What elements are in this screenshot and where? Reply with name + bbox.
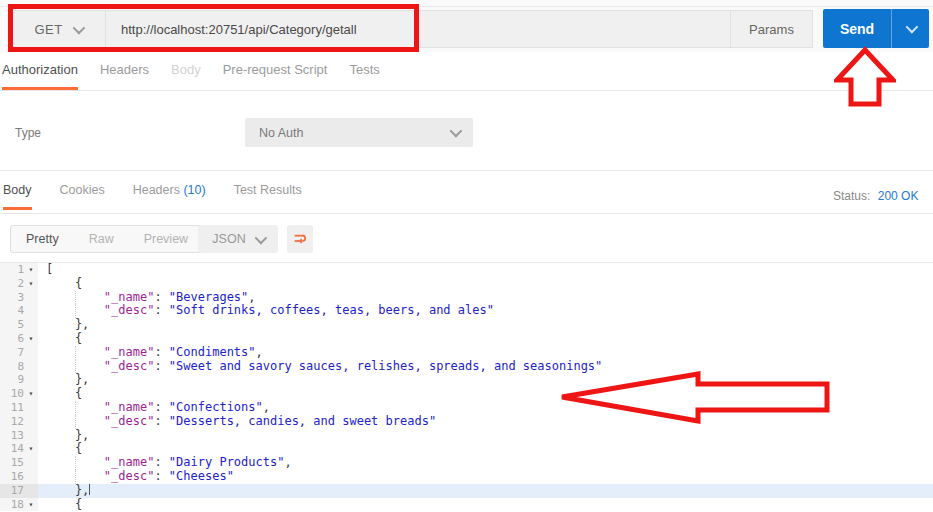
line-number: 13 [0,429,24,443]
fold-spacer [24,470,38,484]
view-mode-preview[interactable]: Preview [129,232,203,246]
line-number: 17 [0,484,24,498]
indent-guide [75,304,76,318]
fold-spacer [24,415,38,429]
line-number: 11 [0,401,24,415]
line-number: 1 [0,263,24,277]
code-line[interactable]: 11 "_name": "Confections", [0,401,933,415]
tab-authorization[interactable]: Authorization [2,62,78,90]
fold-arrow-icon[interactable]: ▾ [24,332,38,346]
line-number: 7 [0,346,24,360]
indent-guide [75,346,76,360]
headers-count-badge: (10) [183,183,205,197]
code-line[interactable]: 17 }, [0,484,933,498]
fold-arrow-icon[interactable]: ▾ [24,498,38,512]
response-tab-body[interactable]: Body [3,183,32,210]
fold-spacer [24,401,38,415]
line-number: 3 [0,291,24,305]
code-line[interactable]: 18▾ { [0,498,933,512]
code-text: }, [38,484,933,498]
tab-tests[interactable]: Tests [349,62,379,90]
url-input[interactable]: http://localhost:20751/api/Category/geta… [106,11,730,47]
code-line[interactable]: 8 "_desc": "Sweet and savory sauces, rel… [0,360,933,374]
request-tabs-divider [0,90,933,91]
code-line[interactable]: 6▾ { [0,332,933,346]
params-button[interactable]: Params [730,11,812,47]
send-button-label: Send [823,9,891,48]
response-tab-cookies[interactable]: Cookies [60,183,105,210]
line-number: 2 [0,277,24,291]
code-line[interactable]: 15 "_name": "Dairy Products", [0,456,933,470]
tab-body[interactable]: Body [171,62,201,90]
view-mode-raw[interactable]: Raw [74,232,129,246]
line-number: 14 [0,442,24,456]
tab-pre-request-script[interactable]: Pre-request Script [223,62,328,90]
code-text: "_name": "Dairy Products", [38,456,933,470]
send-options-button[interactable] [892,9,929,48]
line-gutter: 4 [0,304,38,318]
code-line[interactable]: 12 "_desc": "Desserts, candies, and swee… [0,415,933,429]
chevron-down-icon [72,21,85,34]
code-line[interactable]: 14▾ { [0,442,933,456]
fold-spacer [24,346,38,360]
code-line[interactable]: 16 "_desc": "Cheeses" [0,470,933,484]
method-label: GET [34,22,62,37]
url-builder: GET http://localhost:20751/api/Category/… [10,10,813,48]
line-gutter: 10▾ [0,387,38,401]
fold-arrow-icon[interactable]: ▾ [24,263,38,277]
indent-guide [75,360,76,374]
line-gutter: 9 [0,373,38,387]
code-line[interactable]: 9 }, [0,373,933,387]
view-mode-pretty[interactable]: Pretty [11,232,74,246]
code-line[interactable]: 5 }, [0,318,933,332]
auth-type-select[interactable]: No Auth [245,118,473,147]
code-line[interactable]: 10▾ { [0,387,933,401]
line-gutter: 8 [0,360,38,374]
send-button[interactable]: Send [823,9,929,48]
annotation-arrow-up [834,46,896,108]
fold-arrow-icon[interactable]: ▾ [24,277,38,291]
line-gutter: 17 [0,484,38,498]
wrap-text-button[interactable] [287,225,313,253]
line-gutter: 7 [0,346,38,360]
method-dropdown[interactable]: GET [11,11,106,47]
response-body-editor[interactable]: 1▾[2▾ {3 "_name": "Beverages",4 "_desc":… [0,263,933,512]
line-number: 10 [0,387,24,401]
code-line[interactable]: 2▾ { [0,277,933,291]
line-number: 15 [0,456,24,470]
line-gutter: 12 [0,415,38,429]
fold-arrow-icon[interactable]: ▾ [24,387,38,401]
response-tabs-divider [0,213,933,214]
tab-headers[interactable]: Headers [100,62,149,90]
language-value: JSON [212,232,245,246]
code-line[interactable]: 3 "_name": "Beverages", [0,291,933,305]
code-text: "_desc": "Soft drinks, coffees, teas, be… [38,304,933,318]
indent-guide [75,415,76,429]
code-line[interactable]: 1▾[ [0,263,933,277]
code-line[interactable]: 4 "_desc": "Soft drinks, coffees, teas, … [0,304,933,318]
line-number: 12 [0,415,24,429]
line-gutter: 1▾ [0,263,38,277]
response-tab-test-results[interactable]: Test Results [234,183,302,210]
text-cursor [89,484,90,495]
line-number: 18 [0,498,24,512]
line-gutter: 11 [0,401,38,415]
response-language-dropdown[interactable]: JSON [198,225,278,253]
fold-arrow-icon[interactable]: ▾ [24,442,38,456]
line-number: 6 [0,332,24,346]
code-text: "_desc": "Cheeses" [38,470,933,484]
fold-spacer [24,429,38,443]
code-line[interactable]: 13 }, [0,429,933,443]
line-gutter: 2▾ [0,277,38,291]
code-text: "_name": "Condiments", [38,346,933,360]
code-line[interactable]: 7 "_name": "Condiments", [0,346,933,360]
line-number: 4 [0,304,24,318]
indent-guide [75,291,76,305]
request-tabs: Authorization Headers Body Pre-request S… [2,62,402,90]
response-view-toggle: Pretty Raw Preview [10,225,204,253]
code-text: { [38,498,933,512]
auth-type-label: Type [15,126,41,140]
response-tab-headers[interactable]: Headers (10) [133,183,206,210]
code-text: "_desc": "Sweet and savory sauces, relis… [38,360,933,374]
line-gutter: 18▾ [0,498,38,512]
